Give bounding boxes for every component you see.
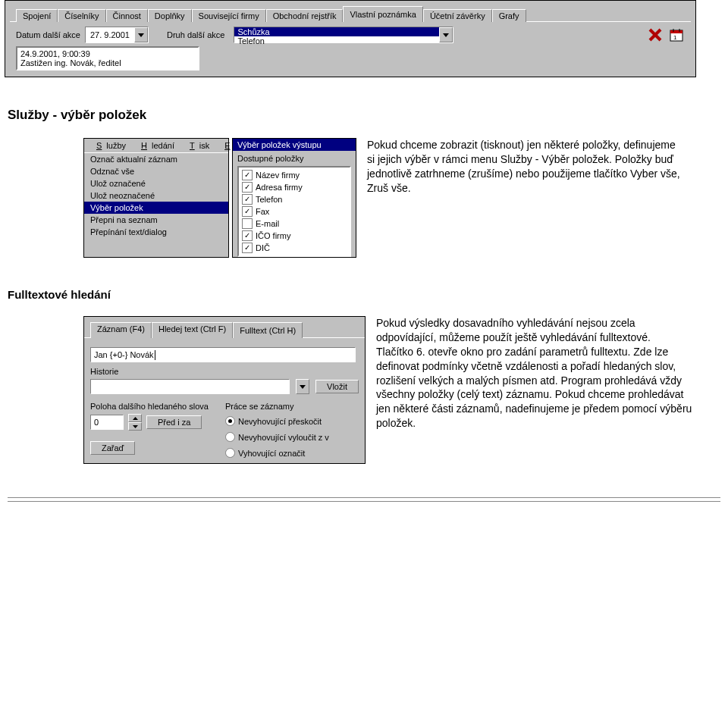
svg-marker-10	[133, 417, 138, 420]
lbl-telefon: Telefon	[256, 195, 282, 204]
btn-vlozit[interactable]: Vložit	[315, 380, 359, 393]
spinner-down[interactable]	[128, 422, 142, 431]
menu-item-hledani[interactable]: Hledání	[132, 140, 179, 151]
date-value: 27. 9.2001	[86, 30, 134, 39]
mi-odznac-vse[interactable]: Odznač vše	[84, 165, 228, 177]
svg-marker-11	[133, 425, 138, 428]
tab-spojeni[interactable]: Spojení	[16, 9, 58, 22]
tab-obchodni-rejstrik[interactable]: Obchodní rejstřík	[266, 9, 344, 22]
date-dropdown-button[interactable]	[134, 27, 148, 42]
panel-title: Výběr položek výstupu	[233, 139, 356, 151]
panel-vyber-polozek: Výběr položek výstupu Dostupné položky ✓…	[232, 138, 356, 258]
tabstrip: Spojení Číselníky Činnost Doplňky Souvis…	[5, 1, 695, 21]
druh-option-telefon[interactable]: Telefon	[234, 36, 439, 45]
druh-option-schuzka[interactable]: Schůzka	[234, 27, 439, 36]
historie-dropdown-button[interactable]	[296, 379, 309, 394]
svg-marker-9	[300, 385, 306, 389]
ft-body: Jan {+0-} Novák Historie Vložit Poloha d…	[84, 337, 365, 463]
tab-grafy[interactable]: Grafy	[492, 9, 526, 22]
label-prace-se-zaznamy: Práce se záznamy	[225, 402, 359, 411]
radio-vyloucit[interactable]	[225, 432, 235, 442]
chevron-down-icon	[133, 425, 138, 428]
mi-oznac-aktualni[interactable]: Označ aktualní záznam	[84, 153, 228, 165]
lbl-fax: Fax	[256, 207, 269, 216]
chk-adresa-firmy[interactable]: ✓	[242, 182, 253, 193]
svg-rect-5	[670, 30, 682, 33]
tab-cinnost[interactable]: Činnost	[106, 9, 148, 22]
menu-item-tisk[interactable]: Tisk	[180, 140, 214, 151]
svg-marker-0	[138, 33, 144, 37]
tab-ciselniky[interactable]: Číselníky	[58, 9, 105, 22]
poloha-value: 0	[94, 418, 99, 427]
tab-souvisejici-firmy[interactable]: Související firmy	[192, 9, 266, 22]
lbl-dic: DIČ	[256, 243, 270, 252]
mi-uloz-neoznacene[interactable]: Ulož neoznačené	[84, 189, 228, 202]
label-dostupne-polozky: Dostupné položky	[237, 154, 351, 163]
spinner-up[interactable]	[128, 414, 142, 422]
chk-fax[interactable]: ✓	[242, 206, 253, 217]
note-list[interactable]: 24.9.2001, 9:00:39 Zastižen ing. Novák, …	[16, 46, 199, 70]
radio-preskocit[interactable]	[225, 416, 235, 426]
btn-pred-i-za[interactable]: Před i za	[146, 415, 202, 429]
lbl-radio-oznacit: Vyhovující označit	[238, 449, 305, 458]
heading-fulltext: Fulltextové hledání	[8, 288, 728, 301]
lbl-ico: IČO firmy	[256, 231, 290, 240]
mi-uloz-oznacene[interactable]: Ulož označené	[84, 177, 228, 189]
delete-icon[interactable]	[647, 27, 664, 43]
chevron-up-icon	[133, 417, 138, 420]
lbl-radio-preskocit: Nevyhovující přeskočit	[238, 417, 322, 426]
calendar-icon[interactable]: 1	[668, 27, 685, 43]
tab-doplnky[interactable]: Doplňky	[148, 9, 192, 22]
lbl-adresa-firmy: Adresa firmy	[256, 183, 303, 192]
tab-ucetni-zaverky[interactable]: Účetní závěrky	[423, 9, 492, 22]
divider	[8, 501, 720, 502]
paragraph-fulltext: Pokud výsledky dosavadního vyhledávání n…	[366, 316, 717, 431]
ft-tab-hledej-text[interactable]: Hledej text (Ctrl F)	[152, 322, 233, 338]
ft-tab-zaznam[interactable]: Záznam (F4)	[90, 322, 152, 338]
svg-marker-1	[443, 33, 449, 37]
lbl-radio-vyloucit: Nevyhovující vyloučit z v	[238, 433, 329, 442]
note-line-2: Zastižen ing. Novák, ředitel	[20, 58, 195, 67]
lbl-nazev-firmy: Název firmy	[256, 171, 300, 180]
ft-tabstrip: Záznam (F4) Hledej text (Ctrl F) Fulltex…	[84, 317, 365, 337]
label-historie: Historie	[90, 367, 359, 376]
chevron-down-icon	[443, 33, 449, 37]
chk-nazev-firmy[interactable]: ✓	[242, 170, 253, 180]
svg-text:1: 1	[673, 34, 677, 41]
label-poloha: Poloha dalšího hledaného slova	[90, 402, 212, 411]
menubar: Služby Hledání Tisk Expor	[84, 139, 228, 152]
chevron-down-icon	[300, 385, 306, 389]
tab-content: Datum další akce 27. 9.2001 Druh další a…	[10, 21, 691, 77]
tab-vlastni-poznamka[interactable]: Vlastní poznámka	[343, 6, 422, 22]
menu-item-sluzby[interactable]: Služby	[87, 140, 130, 151]
divider	[8, 497, 720, 498]
historie-input[interactable]	[90, 379, 290, 394]
mi-prepni-na-seznam[interactable]: Přepni na seznam	[84, 214, 228, 226]
ft-tab-fulltext[interactable]: Fulltext (Ctrl H)	[233, 322, 303, 338]
mi-prepinani-textdialog[interactable]: Přepínání text/dialog	[84, 226, 228, 238]
druh-dropdown-button[interactable]	[439, 27, 453, 42]
druh-dropdown[interactable]: Schůzka Telefon	[234, 27, 453, 43]
paragraph-sluzby: Pokud chceme zobrazit (tisknout) jen něk…	[356, 138, 708, 196]
top-record-panel: Spojení Číselníky Činnost Doplňky Souvis…	[5, 0, 696, 77]
lbl-email: E-mail	[256, 219, 279, 228]
chk-ico[interactable]: ✓	[242, 230, 253, 241]
btn-zarad[interactable]: Zařaď	[90, 441, 135, 455]
label-datum-dalsi-akce: Datum další akce	[16, 30, 80, 39]
menu-sluzby: Služby Hledání Tisk Expor Označ aktualní…	[83, 138, 229, 258]
menu-dropdown: Označ aktualní záznam Odznač vše Ulož oz…	[84, 152, 228, 238]
date-picker[interactable]: 27. 9.2001	[85, 27, 149, 43]
chk-telefon[interactable]: ✓	[242, 194, 253, 205]
label-druh-dalsi-akce: Druh další akce	[167, 30, 224, 39]
ft-search-input[interactable]: Jan {+0-} Novák	[90, 347, 356, 362]
chk-dic[interactable]: ✓	[242, 243, 253, 253]
chevron-down-icon	[138, 33, 144, 37]
radio-oznacit[interactable]	[225, 448, 235, 458]
note-line-1: 24.9.2001, 9:00:39	[20, 49, 195, 58]
mi-vyber-polozek[interactable]: Výběr položek	[84, 202, 228, 214]
checkbox-list: ✓Název firmy ✓Adresa firmy ✓Telefon ✓Fax…	[237, 166, 351, 257]
heading-sluzby-vyber: Služby - výběr položek	[8, 108, 728, 123]
chk-email[interactable]	[242, 218, 253, 229]
ft-search-value: Jan {+0-} Novák	[94, 350, 154, 359]
poloha-input[interactable]: 0	[90, 415, 124, 430]
